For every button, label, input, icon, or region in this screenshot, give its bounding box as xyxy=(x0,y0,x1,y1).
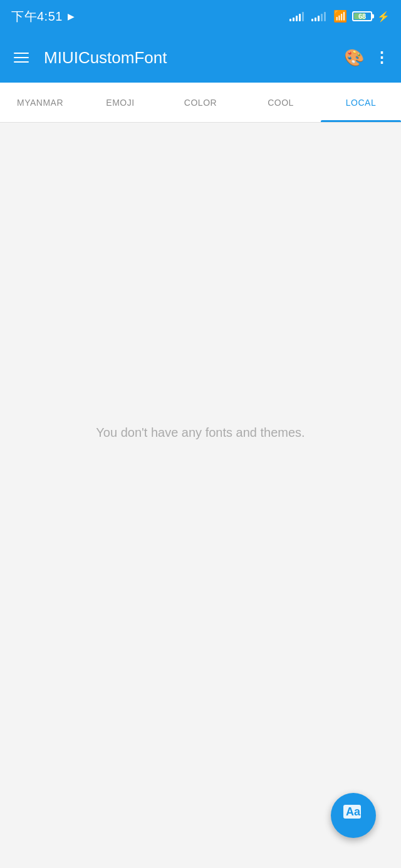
hamburger-line xyxy=(14,53,29,54)
battery-container: 68 xyxy=(352,11,372,21)
app-bar: MIUICustomFont 🎨 ⋮ xyxy=(0,33,401,83)
hamburger-menu-button[interactable] xyxy=(11,50,31,65)
tab-myanmar[interactable]: MYANMAR xyxy=(0,83,80,122)
charging-icon: ⚡ xyxy=(377,11,390,23)
signal-bar xyxy=(289,19,291,21)
svg-text:Aa: Aa xyxy=(346,805,361,818)
wifi-icon: 📶 xyxy=(333,9,347,23)
signal-bar xyxy=(311,19,313,21)
signal-bar xyxy=(324,12,326,21)
tab-bar: MYANMAR EMOJI COLOR COOL LOCAL xyxy=(0,83,401,123)
signal-bar xyxy=(302,12,304,21)
signal-bar xyxy=(293,18,294,21)
status-bar-right: 📶 68 ⚡ xyxy=(289,9,390,23)
palette-icon[interactable]: 🎨 xyxy=(344,48,364,68)
status-bar-left: 下午4:51 ▶ xyxy=(11,8,75,25)
app-bar-actions: 🎨 ⋮ xyxy=(344,48,390,68)
signal-bar xyxy=(321,14,323,21)
battery-box: 68 xyxy=(352,11,372,21)
tab-local[interactable]: LOCAL xyxy=(321,83,401,122)
app-title: MIUICustomFont xyxy=(44,48,331,68)
tab-color[interactable]: COLOR xyxy=(160,83,241,122)
add-font-fab[interactable]: Aa xyxy=(331,793,376,838)
signal-bar xyxy=(299,14,301,21)
aa-icon: Aa xyxy=(341,801,366,826)
tab-cool[interactable]: COOL xyxy=(241,83,321,122)
signal-bar xyxy=(318,16,320,21)
status-bar: 下午4:51 ▶ 📶 68 ⚡ xyxy=(0,0,401,33)
empty-state-message: You don't have any fonts and themes. xyxy=(96,426,305,440)
more-options-button[interactable]: ⋮ xyxy=(374,49,390,66)
main-content: You don't have any fonts and themes. xyxy=(0,123,401,868)
fab-icon: Aa xyxy=(341,801,366,830)
hamburger-line xyxy=(14,57,29,58)
signal-bars-2 xyxy=(311,11,326,21)
tab-emoji[interactable]: EMOJI xyxy=(80,83,160,122)
hamburger-line xyxy=(14,61,29,63)
status-time: 下午4:51 xyxy=(11,8,63,25)
play-icon: ▶ xyxy=(68,11,75,21)
signal-bars-1 xyxy=(289,11,304,21)
signal-bar xyxy=(296,16,298,21)
battery-level: 68 xyxy=(358,13,366,20)
signal-bar xyxy=(315,18,316,21)
